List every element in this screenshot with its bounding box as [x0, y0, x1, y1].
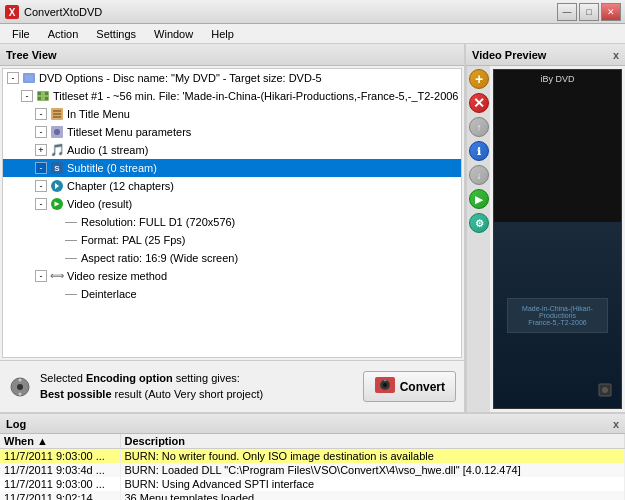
play-button[interactable]: ▶: [469, 189, 489, 209]
preview-label: iBy DVD: [540, 74, 574, 84]
add-button[interactable]: +: [469, 69, 489, 89]
log-cell-desc: BURN: Loaded DLL "C:\Program Files\VSO\C…: [120, 463, 625, 477]
video-result-icon: [49, 196, 65, 212]
video-preview-close-button[interactable]: x: [613, 49, 619, 61]
tree-expander-none: [49, 234, 61, 246]
tree-expander[interactable]: [7, 72, 19, 84]
log-cell-when: 11/7/2011 9:03:4d ...: [0, 463, 120, 477]
settings-icon: [49, 124, 65, 140]
svg-point-25: [383, 383, 387, 387]
preview-corner: [597, 382, 613, 400]
remove-button[interactable]: ✕: [469, 93, 489, 113]
log-section: Log x When ▲ Description 11/7/2011 9:03:…: [0, 412, 625, 500]
log-table[interactable]: When ▲ Description 11/7/2011 9:03:00 ...…: [0, 434, 625, 500]
menu-settings[interactable]: Settings: [88, 26, 144, 42]
log-row: 11/7/2011 9:02:14 ... 36 Menu templates …: [0, 491, 625, 500]
tree-row[interactable]: — Resolution: FULL D1 (720x576): [3, 213, 461, 231]
log-cell-desc: BURN: No writer found. Only ISO image de…: [120, 449, 625, 464]
tree-row[interactable]: Titleset Menu parameters: [3, 123, 461, 141]
video-side-controls: + ✕ ↑ ℹ ↓ ▶ ⚙: [466, 66, 490, 412]
tree-expander[interactable]: [35, 144, 47, 156]
encoding-icon: [8, 375, 32, 399]
tree-row[interactable]: DVD Options - Disc name: "My DVD" - Targ…: [3, 69, 461, 87]
log-col-desc[interactable]: Description: [120, 434, 625, 449]
audio-icon: 🎵: [49, 142, 65, 158]
svg-rect-3: [25, 75, 33, 81]
move-up-button[interactable]: ↑: [469, 117, 489, 137]
app-title: ConvertXtoDVD: [24, 6, 102, 18]
video-preview-label: Video Preview: [472, 49, 546, 61]
log-close-button[interactable]: x: [613, 418, 619, 430]
video-settings-button[interactable]: ⚙: [469, 213, 489, 233]
minimize-button[interactable]: —: [557, 3, 577, 21]
tree-item-label: Resolution: FULL D1 (720x576): [81, 214, 235, 230]
svg-point-20: [17, 384, 23, 390]
tree-item-label: In Title Menu: [67, 106, 130, 122]
svg-rect-7: [38, 97, 41, 100]
preview-image-sim: Made-in-China-(Hikari-ProductionsFrance-…: [507, 298, 609, 333]
move-down-button[interactable]: ↓: [469, 165, 489, 185]
tree-row[interactable]: — Deinterlace: [3, 285, 461, 303]
dash-icon: —: [63, 232, 79, 248]
tree-expander[interactable]: [21, 90, 33, 102]
svg-point-26: [384, 380, 386, 382]
log-row: 11/7/2011 9:03:00 ... BURN: No writer fo…: [0, 449, 625, 464]
tree-row[interactable]: S Subtitle (0 stream): [3, 159, 461, 177]
status-left: Selected Encoding option setting gives: …: [8, 371, 263, 402]
title-bar-left: X ConvertXtoDVD: [4, 4, 102, 20]
log-cell-desc: 36 Menu templates loaded.: [120, 491, 625, 500]
convert-icon: [374, 376, 396, 397]
menu-icon: [49, 106, 65, 122]
tree-expander[interactable]: [35, 198, 47, 210]
maximize-button[interactable]: □: [579, 3, 599, 21]
tree-row[interactable]: In Title Menu: [3, 105, 461, 123]
tree-item-label: DVD Options - Disc name: "My DVD" - Targ…: [39, 70, 322, 86]
log-cell-when: 11/7/2011 9:02:14 ...: [0, 491, 120, 500]
left-panel: Tree View DVD Options - Disc name: "My D…: [0, 44, 465, 412]
svg-rect-8: [45, 97, 48, 100]
convert-button[interactable]: Convert: [363, 371, 456, 402]
tree-expander[interactable]: [35, 126, 47, 138]
right-panel: Video Preview x + ✕ ↑ ℹ ↓ ▶ ⚙ iBy DVD: [465, 44, 625, 412]
status-line2: Best possible result (Auto Very short pr…: [40, 387, 263, 402]
status-line1: Selected Encoding option setting gives:: [40, 371, 263, 386]
menu-bar: File Action Settings Window Help: [0, 24, 625, 44]
menu-window[interactable]: Window: [146, 26, 201, 42]
preview-thumbnail: Made-in-China-(Hikari-ProductionsFrance-…: [494, 222, 621, 408]
tree-row[interactable]: Video (result): [3, 195, 461, 213]
svg-point-22: [19, 392, 22, 395]
tree-item-label: Subtitle (0 stream): [67, 160, 157, 176]
tree-row[interactable]: ⟺ Video resize method: [3, 267, 461, 285]
window-controls[interactable]: — □ ✕: [557, 3, 621, 21]
tree-item-label: Deinterlace: [81, 286, 137, 302]
tree-item-label: Format: PAL (25 Fps): [81, 232, 186, 248]
tree-row[interactable]: Chapter (12 chapters): [3, 177, 461, 195]
convert-label: Convert: [400, 380, 445, 394]
log-cell-desc: BURN: Using Advanced SPTI interface: [120, 477, 625, 491]
tree-expander[interactable]: [35, 180, 47, 192]
right-inner: + ✕ ↑ ℹ ↓ ▶ ⚙ iBy DVD Made-in-China-(Hik…: [466, 66, 625, 412]
menu-file[interactable]: File: [4, 26, 38, 42]
tree-expander[interactable]: [35, 270, 47, 282]
preview-with-controls: + ✕ ↑ ℹ ↓ ▶ ⚙ iBy DVD Made-in-China-(Hik…: [466, 66, 625, 412]
tree-expander[interactable]: [35, 162, 47, 174]
tree-row[interactable]: — Aspect ratio: 16:9 (Wide screen): [3, 249, 461, 267]
tree-row[interactable]: 🎵 Audio (1 stream): [3, 141, 461, 159]
tree-row[interactable]: — Format: PAL (25 Fps): [3, 231, 461, 249]
tree-view-label: Tree View: [6, 49, 57, 61]
menu-help[interactable]: Help: [203, 26, 242, 42]
close-button[interactable]: ✕: [601, 3, 621, 21]
tree-row[interactable]: Titleset #1 - ~56 min. File: 'Made-in-Ch…: [3, 87, 461, 105]
svg-text:X: X: [9, 7, 16, 18]
log-col-when[interactable]: When ▲: [0, 434, 120, 449]
main-container: Tree View DVD Options - Disc name: "My D…: [0, 44, 625, 412]
menu-action[interactable]: Action: [40, 26, 87, 42]
info-button[interactable]: ℹ: [469, 141, 489, 161]
tree-scroll[interactable]: DVD Options - Disc name: "My DVD" - Targ…: [3, 69, 461, 357]
tree-expander[interactable]: [35, 108, 47, 120]
dvd-icon: [21, 70, 37, 86]
dash-icon: —: [63, 286, 79, 302]
chapter-icon: [49, 178, 65, 194]
log-row: 11/7/2011 9:03:4d ... BURN: Loaded DLL "…: [0, 463, 625, 477]
log-header: Log x: [0, 414, 625, 434]
